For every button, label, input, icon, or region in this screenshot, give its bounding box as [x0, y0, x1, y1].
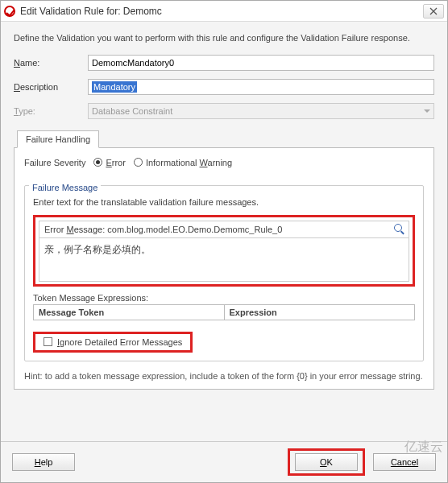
ok-button[interactable]: OK	[295, 453, 358, 471]
failure-message-legend: Failure Message	[29, 183, 101, 192]
intro-text: Define the Validation you want to perfor…	[14, 31, 434, 45]
ignore-detailed-highlight: Ignore Detailed Error Messages	[33, 332, 193, 353]
radio-icon	[134, 158, 143, 167]
token-col-expression: Expression	[225, 305, 415, 320]
name-input[interactable]	[88, 55, 434, 71]
help-button[interactable]: Help	[12, 453, 75, 471]
radio-error[interactable]: Error	[93, 158, 125, 167]
ignore-label: Ignore Detailed Error Messages	[57, 337, 182, 347]
tab-panel: Failure Severity Error Informational War…	[14, 147, 434, 390]
app-icon	[4, 6, 15, 17]
severity-label: Failure Severity	[24, 158, 85, 167]
ok-highlight: OK	[288, 448, 365, 476]
error-message-highlight: Error Message: com.blog.model.EO.Demo.De…	[33, 215, 415, 287]
type-value: Database Constraint	[92, 106, 172, 116]
failure-message-hint: Enter text for the translatable validati…	[33, 197, 415, 207]
bottom-hint: Hint: to add a token message expression,…	[24, 369, 424, 383]
window-title: Edit Validation Rule for: Demomc	[20, 6, 423, 17]
dialog-window: Edit Validation Rule for: Demomc Define …	[0, 0, 448, 483]
name-label: Name:	[14, 58, 88, 68]
failure-message-fieldset: Enter text for the translatable validati…	[24, 185, 424, 361]
token-expressions-label: Token Message Expressions:	[33, 293, 415, 303]
titlebar: Edit Validation Rule for: Demomc	[1, 1, 447, 22]
error-message-header: Error Message: com.blog.model.EO.Demo.De…	[39, 221, 409, 238]
description-label: Description	[14, 82, 88, 92]
failure-severity-row: Failure Severity Error Informational War…	[24, 158, 424, 167]
type-dropdown: Database Constraint	[88, 103, 434, 119]
dialog-content: Define the Validation you want to perfor…	[1, 22, 447, 441]
type-label: Type:	[14, 106, 88, 116]
radio-warning[interactable]: Informational Warning	[134, 158, 232, 167]
chevron-down-icon	[424, 109, 430, 113]
tabs: Failure Handling Failure Severity Error …	[14, 130, 434, 390]
search-icon[interactable]	[394, 224, 405, 235]
close-icon[interactable]	[423, 4, 444, 19]
token-col-message: Message Token	[34, 305, 225, 320]
error-message-key: com.blog.model.EO.Demo.Demomc_Rule_0	[107, 225, 282, 234]
token-expressions-table: Message Token Expression	[33, 304, 415, 320]
radio-icon	[93, 158, 102, 167]
cancel-button[interactable]: Cancel	[373, 453, 436, 471]
ignore-checkbox[interactable]	[44, 337, 52, 346]
description-input[interactable]: Mandatory	[88, 79, 434, 95]
description-value: Mandatory	[92, 81, 137, 93]
error-message-textarea[interactable]: 亲，例子名称是必填的。	[39, 238, 409, 282]
tab-failure-handling[interactable]: Failure Handling	[17, 130, 99, 148]
button-bar: Help OK Cancel	[1, 441, 447, 482]
